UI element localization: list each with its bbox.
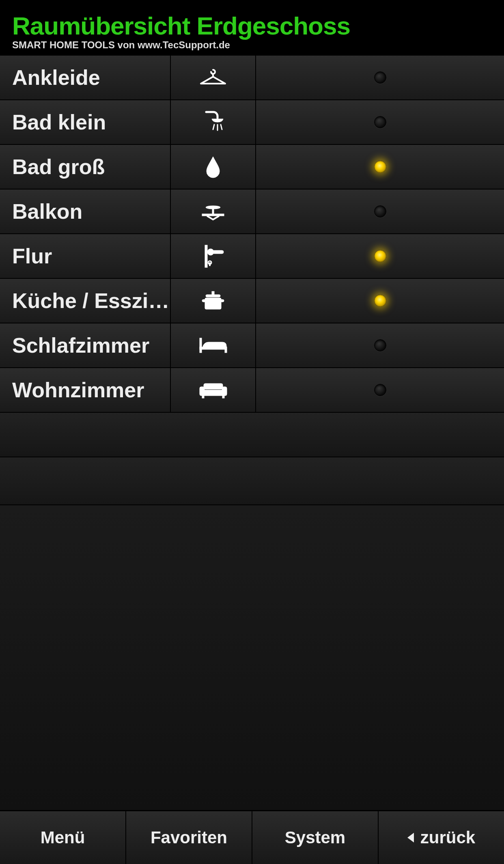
room-row-wohnzimmer[interactable]: Wohnzimmer (0, 368, 504, 413)
room-row-bad-gross[interactable]: Bad groß (0, 145, 504, 190)
back-label: zurück (420, 828, 475, 847)
svg-rect-16 (200, 338, 202, 353)
status-cell[interactable] (256, 234, 504, 278)
list-spacer (0, 505, 504, 810)
status-led (374, 116, 386, 128)
room-row-bad-klein[interactable]: Bad klein (0, 100, 504, 145)
screen: Raumübersicht Erdgeschoss SMART HOME TOO… (0, 0, 504, 864)
room-label: Flur (0, 234, 171, 278)
status-led (374, 161, 386, 173)
svg-rect-11 (205, 298, 221, 309)
status-cell[interactable] (256, 56, 504, 99)
balcony-icon (171, 190, 256, 233)
room-row-schlafzimmer[interactable]: Schlafzimmer (0, 323, 504, 368)
pot-icon (171, 279, 256, 323)
svg-line-0 (213, 125, 214, 129)
hanger-icon (171, 56, 256, 99)
room-row-flur[interactable]: Flur (0, 234, 504, 279)
empty-row (0, 413, 504, 457)
page-subtitle: SMART HOME TOOLS von www.TecSupport.de (12, 39, 492, 51)
svg-rect-22 (203, 390, 224, 396)
status-cell[interactable] (256, 323, 504, 367)
status-cell[interactable] (256, 368, 504, 412)
svg-line-2 (221, 125, 222, 129)
back-caret-icon (407, 833, 414, 842)
empty-row (0, 457, 504, 505)
drop-icon (171, 145, 256, 189)
header: Raumübersicht Erdgeschoss SMART HOME TOO… (0, 0, 504, 56)
room-label: Bad klein (0, 100, 171, 144)
svg-rect-15 (212, 291, 214, 295)
room-row-balkon[interactable]: Balkon (0, 190, 504, 234)
status-cell[interactable] (256, 279, 504, 323)
room-label: Küche / Esszi… (0, 279, 171, 323)
room-row-kueche[interactable]: Küche / Esszi… (0, 279, 504, 323)
svg-rect-13 (220, 299, 224, 302)
menu-button[interactable]: Menü (0, 811, 126, 864)
room-label: Schlafzimmer (0, 323, 171, 367)
page-title: Raumübersicht Erdgeschoss (12, 11, 492, 40)
shower-icon (171, 100, 256, 144)
svg-rect-23 (202, 395, 204, 398)
svg-rect-5 (202, 214, 224, 216)
svg-rect-18 (225, 347, 227, 353)
favorites-button[interactable]: Favoriten (126, 811, 252, 864)
room-label: Balkon (0, 190, 171, 233)
svg-rect-24 (222, 395, 224, 398)
status-led (374, 339, 386, 351)
footer: Menü Favoriten System zurück (0, 810, 504, 864)
bed-icon (171, 323, 256, 367)
svg-rect-8 (212, 250, 224, 254)
status-led (374, 295, 386, 307)
svg-rect-4 (212, 207, 214, 215)
status-led (374, 205, 386, 218)
system-button[interactable]: System (252, 811, 379, 864)
favorites-label: Favoriten (151, 828, 227, 847)
room-list: Ankleide Bad klein (0, 56, 504, 810)
status-led (374, 71, 386, 84)
system-label: System (285, 828, 345, 847)
svg-rect-6 (205, 245, 207, 267)
room-label: Bad groß (0, 145, 171, 189)
svg-rect-19 (204, 384, 223, 389)
svg-rect-14 (206, 295, 220, 297)
back-button[interactable]: zurück (379, 811, 504, 864)
svg-rect-10 (209, 263, 211, 266)
status-cell[interactable] (256, 190, 504, 233)
svg-rect-12 (202, 299, 206, 302)
menu-label: Menü (41, 828, 85, 847)
svg-rect-17 (200, 347, 226, 349)
room-label: Ankleide (0, 56, 171, 99)
status-led (374, 384, 386, 396)
room-label: Wohnzimmer (0, 368, 171, 412)
door-handle-icon (171, 234, 256, 278)
status-cell[interactable] (256, 145, 504, 189)
status-led (374, 250, 386, 262)
status-cell[interactable] (256, 100, 504, 144)
sofa-icon (171, 368, 256, 412)
room-row-ankleide[interactable]: Ankleide (0, 56, 504, 100)
